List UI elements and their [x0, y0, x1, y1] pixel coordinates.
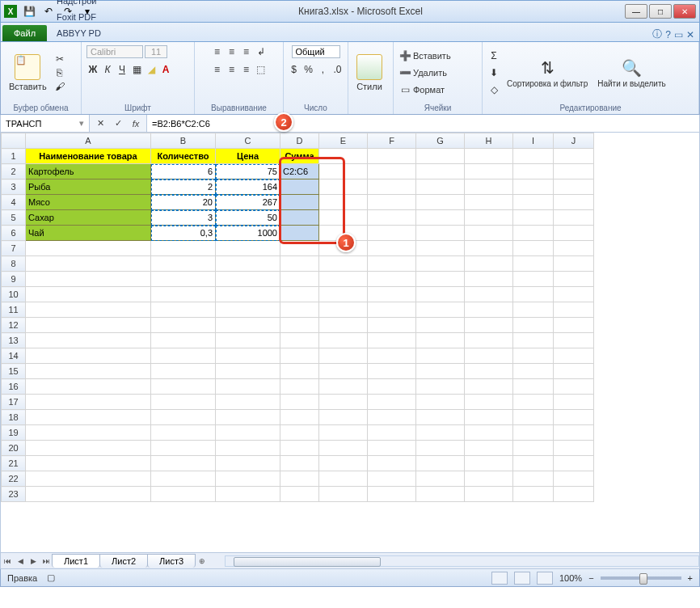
cell-J22[interactable]	[554, 471, 594, 487]
cell-B14[interactable]	[151, 348, 216, 364]
cell-A10[interactable]	[26, 287, 151, 302]
col-header-I[interactable]: I	[513, 133, 554, 149]
cell-B13[interactable]	[151, 333, 216, 348]
cell-A7[interactable]	[26, 241, 151, 256]
cell-E1[interactable]	[319, 149, 368, 164]
fill-button[interactable]: ⬇	[487, 66, 500, 79]
row-header-4[interactable]: 4	[2, 195, 26, 210]
cell-J6[interactable]	[554, 226, 594, 241]
cell-G1[interactable]	[416, 149, 465, 164]
cell-G17[interactable]	[416, 395, 465, 410]
cell-D7[interactable]	[280, 241, 319, 256]
cell-I18[interactable]	[513, 410, 554, 425]
row-header-1[interactable]: 1	[2, 149, 26, 164]
save-button[interactable]: 💾	[20, 3, 38, 19]
cell-D4[interactable]	[280, 195, 319, 210]
cell-G4[interactable]	[416, 195, 465, 210]
cell-F5[interactable]	[368, 210, 416, 226]
cell-F11[interactable]	[368, 302, 416, 318]
cell-D18[interactable]	[280, 410, 319, 425]
cell-I2[interactable]	[513, 164, 554, 179]
format-cells-button[interactable]: ▭Формат	[398, 82, 451, 98]
italic-button[interactable]: К	[101, 63, 114, 76]
cell-D6[interactable]	[280, 226, 319, 241]
cell-F16[interactable]	[368, 379, 416, 395]
sheet-tab-Лист3[interactable]: Лист3	[147, 554, 196, 568]
cell-I21[interactable]	[513, 456, 554, 471]
cell-J7[interactable]	[554, 241, 594, 256]
cell-B4[interactable]: 20	[151, 195, 216, 210]
horizontal-scrollbar[interactable]	[225, 555, 699, 567]
format-painter-button[interactable]: 🖌	[53, 80, 66, 93]
cell-F20[interactable]	[368, 441, 416, 456]
cell-J21[interactable]	[554, 456, 594, 471]
cell-E16[interactable]	[319, 379, 368, 395]
zoom-level[interactable]: 100%	[559, 573, 582, 583]
cell-A12[interactable]	[26, 318, 151, 333]
cell-G5[interactable]	[416, 210, 465, 226]
cell-J3[interactable]	[554, 179, 594, 195]
cell-F8[interactable]	[368, 256, 416, 272]
cell-H12[interactable]	[465, 318, 513, 333]
cell-I11[interactable]	[513, 302, 554, 318]
col-header-E[interactable]: E	[319, 133, 368, 149]
cell-D2[interactable]: C2:C6	[280, 164, 319, 179]
underline-button[interactable]: Ч	[116, 63, 129, 76]
cell-C1[interactable]: Цена	[216, 149, 280, 164]
fill-color-button[interactable]: ◢	[145, 63, 158, 76]
cell-F6[interactable]	[368, 226, 416, 241]
cell-C14[interactable]	[216, 348, 280, 364]
cell-B1[interactable]: Количество	[151, 149, 216, 164]
cell-D9[interactable]	[280, 272, 319, 287]
cell-I5[interactable]	[513, 210, 554, 226]
cell-C10[interactable]	[216, 287, 280, 302]
cell-J17[interactable]	[554, 395, 594, 410]
cell-J5[interactable]	[554, 210, 594, 226]
cell-B6[interactable]: 0,3	[151, 226, 216, 241]
cell-G13[interactable]	[416, 333, 465, 348]
cell-F4[interactable]	[368, 195, 416, 210]
new-sheet-button[interactable]: ⊕	[196, 555, 209, 568]
row-header-2[interactable]: 2	[2, 164, 26, 179]
row-header-21[interactable]: 21	[2, 456, 26, 471]
zoom-out-button[interactable]: −	[588, 573, 593, 583]
cell-G22[interactable]	[416, 471, 465, 487]
cell-C17[interactable]	[216, 395, 280, 410]
cell-G16[interactable]	[416, 379, 465, 395]
cell-E11[interactable]	[319, 302, 368, 318]
font-size-input[interactable]	[145, 45, 167, 58]
cell-G20[interactable]	[416, 441, 465, 456]
cell-F2[interactable]	[368, 164, 416, 179]
cell-H17[interactable]	[465, 395, 513, 410]
cell-H2[interactable]	[465, 164, 513, 179]
font-color-button[interactable]: A	[159, 63, 172, 76]
cell-E3[interactable]	[319, 179, 368, 195]
paste-button[interactable]: 📋 Вставить	[6, 53, 50, 93]
cell-E13[interactable]	[319, 333, 368, 348]
cell-D5[interactable]	[280, 210, 319, 226]
row-header-17[interactable]: 17	[2, 395, 26, 410]
cell-H23[interactable]	[465, 487, 513, 502]
cell-B17[interactable]	[151, 395, 216, 410]
row-header-20[interactable]: 20	[2, 441, 26, 456]
cell-A15[interactable]	[26, 364, 151, 379]
view-pagebreak-button[interactable]	[537, 572, 553, 585]
cell-G14[interactable]	[416, 348, 465, 364]
cell-F12[interactable]	[368, 318, 416, 333]
spreadsheet-grid[interactable]: ABCDEFGHIJ1Наименование товараКоличество…	[0, 133, 700, 553]
cell-G19[interactable]	[416, 425, 465, 441]
cell-D20[interactable]	[280, 441, 319, 456]
bold-button[interactable]: Ж	[86, 63, 99, 76]
cell-A20[interactable]	[26, 441, 151, 456]
view-normal-button[interactable]	[491, 572, 508, 585]
insert-cells-button[interactable]: ➕Вставить	[398, 48, 451, 64]
row-header-15[interactable]: 15	[2, 364, 26, 379]
cell-H8[interactable]	[465, 256, 513, 272]
number-format-select[interactable]	[292, 45, 340, 58]
view-layout-button[interactable]	[514, 572, 530, 585]
mdi-close-icon[interactable]: ✕	[686, 29, 694, 40]
row-header-18[interactable]: 18	[2, 410, 26, 425]
cell-A13[interactable]	[26, 333, 151, 348]
close-button[interactable]: ✕	[673, 4, 696, 19]
cell-B21[interactable]	[151, 456, 216, 471]
